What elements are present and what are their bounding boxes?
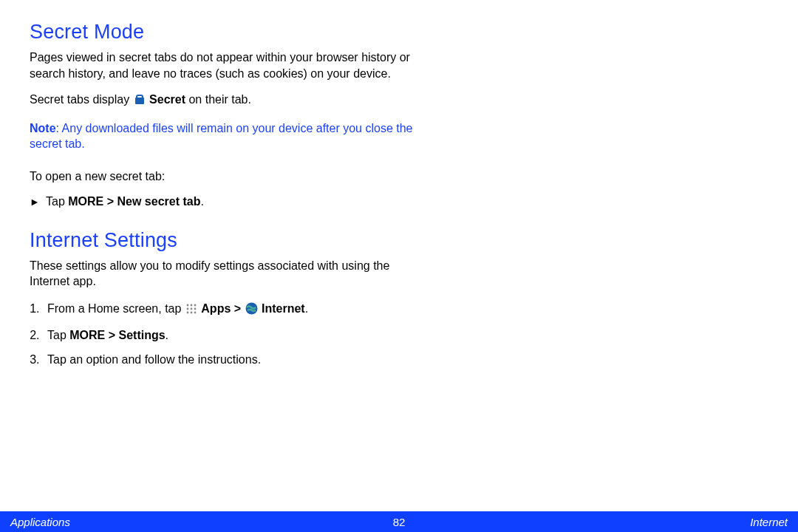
text-secret-bold: Secret <box>149 93 185 106</box>
heading-internet-settings: Internet Settings <box>30 229 421 252</box>
step2-post: . <box>166 329 168 341</box>
text-pre: Secret tabs display <box>30 93 133 106</box>
svg-point-10 <box>194 311 196 313</box>
svg-point-2 <box>186 304 188 306</box>
secret-mode-desc: Pages viewed in secret tabs do not appea… <box>30 50 421 81</box>
svg-point-9 <box>190 311 192 313</box>
step-2: Tap MORE > Settings. <box>43 327 421 344</box>
secret-icon <box>134 94 146 110</box>
page-content: Secret Mode Pages viewed in secret tabs … <box>0 0 451 368</box>
svg-rect-1 <box>137 95 143 98</box>
open-secret-lead: To open a new secret tab: <box>30 168 421 185</box>
svg-point-7 <box>194 307 196 310</box>
bullet-bold: MORE > New secret tab <box>68 195 200 208</box>
svg-point-4 <box>194 304 196 306</box>
footer-left: Applications <box>10 516 70 528</box>
globe-icon <box>245 302 258 319</box>
step2-bold: MORE > Settings <box>69 329 165 341</box>
step-3: Tap an option and follow the instruction… <box>43 351 421 368</box>
step1-post: . <box>305 302 308 315</box>
svg-point-3 <box>190 304 192 306</box>
footer-bar: Applications 82 Internet <box>0 511 798 532</box>
bullet-text: Tap MORE > New secret tab. <box>46 195 204 208</box>
internet-settings-desc: These settings allow you to modify setti… <box>30 258 421 290</box>
bullet-new-secret-tab: Tap MORE > New secret tab. <box>30 195 421 208</box>
step2-pre: Tap <box>47 329 69 341</box>
steps-list: From a Home screen, tap Apps > Internet.… <box>30 300 421 369</box>
footer-right: Internet <box>750 516 788 528</box>
bullet-post: . <box>200 195 203 208</box>
step1-pre: From a Home screen, tap <box>47 302 185 315</box>
text-post: on their tab. <box>185 93 251 106</box>
step-1: From a Home screen, tap Apps > Internet. <box>43 300 421 319</box>
bullet-pre: Tap <box>46 195 68 208</box>
apps-grid-icon <box>185 302 197 319</box>
note-text: : Any downloaded files will remain on yo… <box>30 122 413 151</box>
svg-point-6 <box>190 307 192 310</box>
secret-tabs-display: Secret tabs display Secret on their tab. <box>30 92 421 110</box>
svg-point-5 <box>186 307 188 310</box>
step1-internet: Internet <box>262 302 305 315</box>
note-label: Note <box>30 122 56 134</box>
footer-page-number: 82 <box>393 516 406 528</box>
heading-secret-mode: Secret Mode <box>30 21 421 44</box>
svg-point-8 <box>186 311 188 313</box>
note-block: Note: Any downloaded files will remain o… <box>30 120 421 152</box>
step1-apps: Apps > <box>201 302 244 315</box>
